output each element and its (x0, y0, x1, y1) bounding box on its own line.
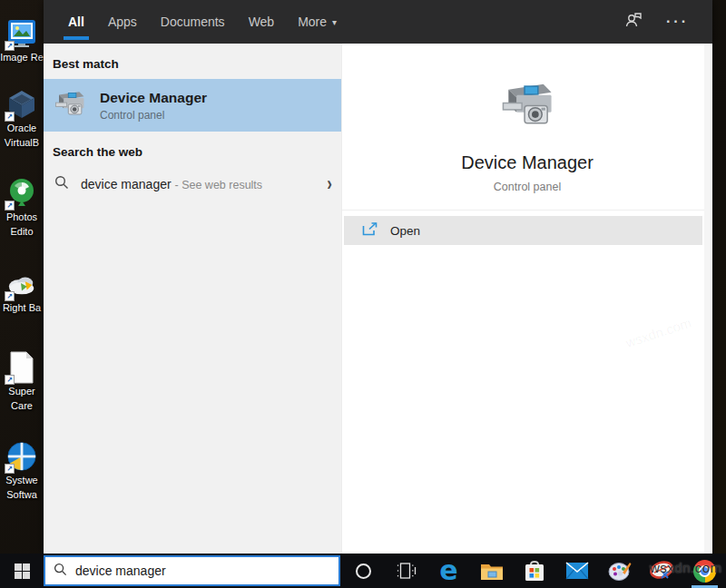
preview-panel-edge (704, 44, 712, 554)
shortcut-arrow-icon: ↗ (5, 375, 15, 385)
taskbar-search-input[interactable] (75, 564, 302, 578)
start-search-window: All Apps Documents Web More ▾ (44, 0, 712, 554)
preview-head: Device Manager Control panel (342, 44, 712, 193)
desktop-icon-label: Photos (6, 211, 37, 223)
best-match-result-device-manager[interactable]: Device Manager Control panel (44, 79, 341, 132)
desktop-icon-label: Systwe (5, 475, 37, 486)
paint-button[interactable] (598, 554, 641, 588)
web-search-result[interactable]: device manager - See web results › (44, 167, 341, 201)
desktop-icon-label: Oracle (7, 122, 36, 134)
search-results-body: Best match (44, 44, 712, 554)
desktop-icon-label: Edito (10, 226, 33, 238)
tab-web[interactable]: Web (237, 0, 287, 44)
chevron-down-icon: ▾ (332, 17, 337, 27)
start-button[interactable] (0, 554, 44, 588)
preview-divider (342, 210, 704, 211)
shortcut-arrow-icon: ↗ (5, 112, 15, 122)
image-viewer-icon: ↗ (6, 18, 37, 49)
best-match-texts: Device Manager Control panel (100, 90, 207, 122)
tab-documents[interactable]: Documents (149, 0, 237, 44)
systweak-icon: ↗ (6, 441, 37, 472)
search-icon (54, 563, 67, 580)
best-match-subtitle: Control panel (100, 109, 207, 122)
search-filter-tabs: All Apps Documents Web More ▾ (44, 0, 348, 44)
desktop-icon-photos-editor[interactable]: ↗ Photos Edito (0, 178, 44, 238)
file-explorer-icon (480, 561, 504, 581)
shortcut-arrow-icon: ↗ (5, 41, 15, 51)
chrome-button[interactable] (683, 554, 726, 588)
desktop-icon-label: Softwa (6, 489, 37, 501)
media-app-icon (650, 561, 675, 581)
store-icon (524, 559, 545, 583)
web-search-suffix: - See web results (175, 179, 263, 191)
preview-title: Device Manager (461, 152, 594, 173)
right-backup-icon: ↗ (6, 269, 37, 299)
task-view-icon (397, 563, 417, 579)
taskbar: e (0, 554, 726, 588)
chrome-icon (693, 560, 716, 583)
open-action-label: Open (390, 224, 420, 238)
desktop-icon-label: Super (8, 386, 34, 397)
desktop-background: ↗ Image Re ↗ Oracle VirtualB (0, 0, 726, 588)
ellipsis-icon[interactable]: ··· (666, 14, 689, 30)
preview-subtitle: Control panel (494, 181, 561, 193)
super-care-icon: ↗ (6, 352, 37, 383)
mail-icon (565, 562, 589, 580)
tab-label: All (68, 15, 84, 29)
task-view-button[interactable] (385, 554, 427, 588)
desktop-icon-systweak[interactable]: ↗ Systwe Softwa (0, 441, 44, 501)
chevron-right-icon[interactable]: › (327, 172, 332, 197)
desktop-icon-label: VirtualB (5, 137, 39, 149)
taskbar-icons: e (342, 554, 726, 588)
tab-label: More (298, 15, 327, 29)
desktop-icon-label: Image Re (0, 52, 44, 64)
desktop-icon-virtualbox[interactable]: ↗ Oracle VirtualB (0, 89, 44, 149)
cortana-button[interactable] (342, 554, 385, 588)
tab-label: Web (249, 15, 275, 29)
desktop-icon-right-backup[interactable]: ↗ Right Ba (0, 269, 44, 317)
search-filter-bar: All Apps Documents Web More ▾ (44, 0, 712, 44)
shortcut-arrow-icon: ↗ (5, 464, 15, 474)
mail-button[interactable] (555, 554, 598, 588)
results-panel: Best match (44, 44, 341, 554)
shortcut-arrow-icon: ↗ (5, 201, 15, 211)
paint-icon (608, 560, 632, 582)
windows-logo-icon (15, 564, 30, 579)
best-match-header: Best match (53, 57, 341, 71)
tab-all[interactable]: All (56, 0, 96, 44)
edge-icon: e (439, 559, 457, 583)
shortcut-arrow-icon: ↗ (5, 291, 15, 301)
file-explorer-button[interactable] (470, 554, 513, 588)
web-search-header: Search the web (53, 145, 341, 159)
topbar-actions: ··· (624, 0, 712, 44)
web-search-query: device manager (81, 177, 172, 191)
store-button[interactable] (513, 554, 555, 588)
device-manager-icon (53, 87, 87, 123)
tab-label: Apps (108, 15, 137, 29)
device-manager-large-icon (496, 76, 558, 136)
photos-editor-icon: ↗ (6, 178, 37, 209)
desktop-icon-label: Care (11, 400, 33, 412)
user-feedback-icon[interactable] (624, 11, 643, 33)
media-app-button[interactable] (641, 554, 683, 588)
tab-more[interactable]: More ▾ (286, 0, 348, 44)
open-window-icon (362, 222, 378, 240)
web-search-texts: device manager - See web results (81, 177, 262, 191)
tab-apps[interactable]: Apps (96, 0, 149, 44)
cortana-icon (356, 564, 371, 579)
taskbar-search-box[interactable] (44, 555, 340, 586)
tab-label: Documents (161, 15, 225, 29)
desktop-icon-label: Right Ba (3, 302, 41, 314)
open-action-row[interactable]: Open (344, 216, 702, 245)
desktop-icon-super-care[interactable]: ↗ Super Care (0, 352, 44, 412)
preview-panel: Device Manager Control panel Open (341, 44, 712, 554)
desktop-icon-strip: ↗ Image Re ↗ Oracle VirtualB (0, 0, 44, 554)
desktop-icon-image-viewer[interactable]: ↗ Image Re (0, 18, 44, 66)
edge-button[interactable]: e (427, 554, 470, 588)
best-match-title: Device Manager (100, 90, 207, 106)
active-tab-underline (64, 36, 89, 40)
search-icon (54, 175, 69, 193)
virtualbox-icon: ↗ (6, 89, 37, 120)
